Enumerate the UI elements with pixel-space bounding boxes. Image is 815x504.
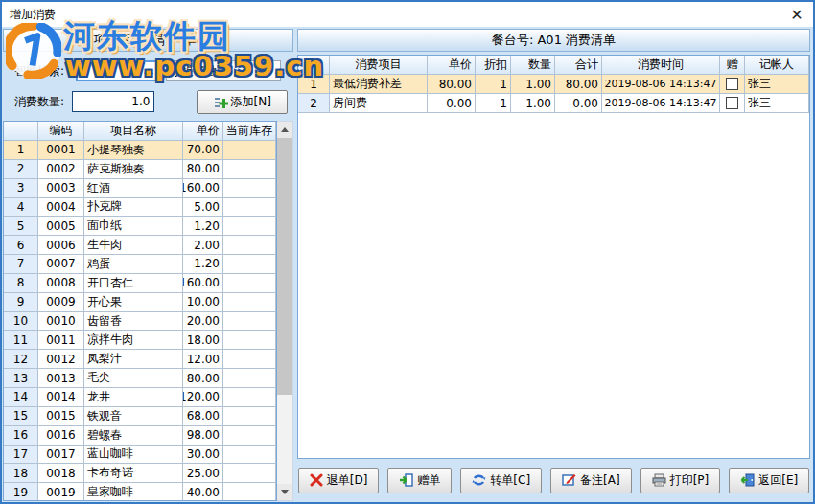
row-number-cell: 5 bbox=[4, 217, 38, 236]
scroll-up-button[interactable] bbox=[277, 122, 292, 138]
gift-order-icon bbox=[399, 473, 413, 487]
table-cell bbox=[223, 236, 276, 255]
table-cell: 毛尖 bbox=[84, 369, 183, 388]
item-table: 编码项目名称单价当前库存 10001小提琴独奏70.0020002萨克斯独奏80… bbox=[3, 121, 277, 501]
order-row[interactable]: 2房间费0.0011.000.002019-08-06 14:13:47张三 bbox=[298, 94, 809, 113]
table-cell bbox=[223, 464, 276, 483]
return-button[interactable]: 返回[E] bbox=[729, 468, 809, 493]
table-cell bbox=[223, 407, 276, 426]
item-row[interactable]: 150015铁观音68.00 bbox=[4, 407, 276, 426]
table-cell: 0.00 bbox=[555, 94, 602, 113]
item-row[interactable]: 160016碧螺春98.00 bbox=[4, 426, 276, 446]
table-cell: 蓝山咖啡 bbox=[84, 446, 183, 465]
arrow-up-icon bbox=[281, 127, 289, 132]
table-cell: 1.20 bbox=[183, 217, 223, 236]
add-consumption-window: 增加消费 ✕ 项 目 清 单 智能检索: 小提琴独奏 消费数量: bbox=[0, 0, 815, 504]
table-cell: 40.00 bbox=[183, 483, 223, 501]
item-row[interactable]: 50005面巾纸1.20 bbox=[4, 217, 276, 236]
scroll-down-button[interactable] bbox=[277, 484, 292, 500]
table-cell: 80.00 bbox=[428, 75, 476, 94]
arrow-down-icon bbox=[281, 490, 289, 494]
table-cell: 2019-08-06 14:13:47 bbox=[602, 75, 720, 94]
print-icon bbox=[652, 473, 666, 487]
order-row[interactable]: 1最低消费补差80.0011.0080.002019-08-06 14:13:4… bbox=[298, 75, 809, 94]
item-row[interactable]: 190019皇家咖啡40.00 bbox=[4, 483, 276, 501]
item-row[interactable]: 170017蓝山咖啡30.00 bbox=[4, 446, 276, 465]
item-row[interactable]: 40004扑克牌5.00 bbox=[4, 198, 276, 218]
close-icon[interactable]: ✕ bbox=[786, 4, 807, 25]
row-number-cell: 11 bbox=[4, 331, 38, 350]
add-button[interactable]: 添加[N] bbox=[197, 90, 288, 114]
smart-search-input[interactable] bbox=[76, 60, 158, 81]
gift-checkbox[interactable] bbox=[726, 78, 738, 90]
cancel-order-button[interactable]: 退单[D] bbox=[298, 468, 380, 493]
table-cell bbox=[223, 293, 276, 312]
table-cell: 房间费 bbox=[330, 94, 428, 113]
note-button[interactable]: 备注[A] bbox=[550, 468, 632, 493]
row-number-cell: 1 bbox=[4, 141, 38, 160]
column-header: 单价 bbox=[428, 56, 476, 75]
window-title: 增加消费 bbox=[10, 7, 56, 23]
table-cell bbox=[223, 388, 276, 407]
table-cell bbox=[223, 179, 276, 198]
item-row[interactable]: 120012凤梨汁12.00 bbox=[4, 350, 276, 369]
item-table-area: 编码项目名称单价当前库存 10001小提琴独奏70.0020002萨克斯独奏80… bbox=[3, 121, 293, 501]
quantity-input[interactable] bbox=[72, 91, 154, 112]
table-cell: 1 bbox=[476, 75, 511, 94]
table-cell: 萨克斯独奏 bbox=[84, 160, 183, 179]
table-cell: 0009 bbox=[38, 293, 84, 312]
table-cell: 凉拌牛肉 bbox=[84, 331, 183, 350]
table-cell: 铁观音 bbox=[84, 407, 183, 426]
table-cell bbox=[223, 255, 276, 274]
row-number-cell: 10 bbox=[4, 312, 38, 332]
item-row[interactable]: 90009开心果10.00 bbox=[4, 293, 276, 312]
item-row[interactable]: 60006生牛肉2.00 bbox=[4, 236, 276, 255]
table-cell: 0004 bbox=[38, 198, 84, 218]
table-cell: 25.00 bbox=[183, 464, 223, 483]
text-caret bbox=[82, 64, 82, 78]
scrollbar-track[interactable] bbox=[277, 138, 292, 484]
table-cell: 开心果 bbox=[84, 293, 183, 312]
item-row[interactable]: 180018卡布奇诺25.00 bbox=[4, 464, 276, 483]
item-table-scrollbar[interactable] bbox=[277, 121, 293, 501]
return-icon bbox=[740, 473, 755, 487]
item-row[interactable]: 10001小提琴独奏70.00 bbox=[4, 141, 276, 160]
gift-order-button[interactable]: 赠单 bbox=[387, 468, 452, 493]
item-row[interactable]: 140014龙井120.00 bbox=[4, 388, 276, 407]
item-row[interactable]: 30003红酒160.00 bbox=[4, 179, 276, 198]
order-table-header: 消费项目单价折扣数量合计消费时间赠记帐人 bbox=[298, 56, 809, 75]
transfer-order-button[interactable]: 转单[C] bbox=[460, 468, 542, 493]
table-cell: 80.00 bbox=[555, 75, 602, 94]
column-header bbox=[4, 122, 38, 141]
column-header: 消费项目 bbox=[330, 56, 428, 75]
column-header: 赠 bbox=[720, 56, 745, 75]
item-search-form: 智能检索: 小提琴独奏 消费数量: bbox=[3, 52, 293, 121]
table-cell: 张三 bbox=[745, 75, 809, 94]
scrollbar-thumb[interactable] bbox=[277, 138, 292, 395]
table-cell: 鸡蛋 bbox=[84, 255, 183, 274]
add-plus-icon bbox=[214, 95, 228, 109]
table-cell bbox=[720, 75, 745, 94]
table-cell: 生牛肉 bbox=[84, 236, 183, 255]
table-cell: 2.00 bbox=[183, 236, 223, 255]
order-table: 消费项目单价折扣数量合计消费时间赠记帐人 1最低消费补差80.0011.0080… bbox=[297, 55, 810, 459]
row-number-cell: 9 bbox=[4, 293, 38, 312]
gift-checkbox[interactable] bbox=[726, 97, 738, 109]
table-cell: 0001 bbox=[38, 141, 84, 160]
table-cell: 皇家咖啡 bbox=[84, 483, 183, 501]
row-number-cell: 2 bbox=[4, 160, 38, 179]
table-cell bbox=[223, 274, 276, 293]
item-row[interactable]: 20002萨克斯独奏80.00 bbox=[4, 160, 276, 179]
item-row[interactable]: 100010齿留香20.00 bbox=[4, 312, 276, 332]
item-row[interactable]: 70007鸡蛋1.20 bbox=[4, 255, 276, 274]
table-cell: 小提琴独奏 bbox=[84, 141, 183, 160]
item-row[interactable]: 80008开口杏仁160.00 bbox=[4, 274, 276, 293]
transfer-order-icon bbox=[472, 473, 486, 487]
print-button[interactable]: 打印[P] bbox=[640, 468, 721, 493]
row-number-cell: 14 bbox=[4, 388, 38, 407]
table-cell bbox=[223, 331, 276, 350]
row-number-cell: 16 bbox=[4, 426, 38, 446]
item-row[interactable]: 130013毛尖80.00 bbox=[4, 369, 276, 388]
item-row[interactable]: 110011凉拌牛肉18.00 bbox=[4, 331, 276, 350]
table-cell: 1.00 bbox=[511, 94, 555, 113]
